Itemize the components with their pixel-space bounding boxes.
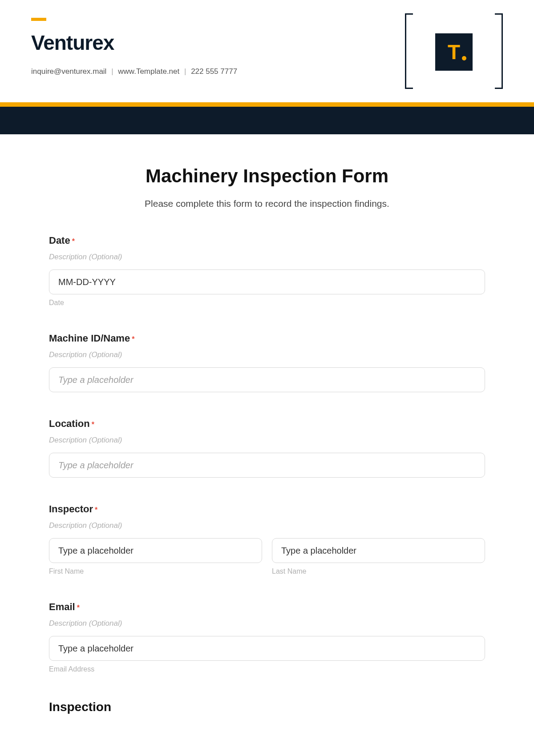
machine-input[interactable] (49, 367, 485, 392)
field-email: Email* Description (Optional) Email Addr… (49, 601, 485, 673)
form-subtitle: Please complete this form to record the … (49, 198, 485, 209)
field-inspector: Inspector* Description (Optional) First … (49, 503, 485, 575)
field-label-row: Machine ID/Name* (49, 333, 485, 344)
bracket-right-icon (495, 13, 503, 89)
field-label-row: Email* (49, 601, 485, 613)
field-label-row: Inspector* (49, 503, 485, 515)
email-input[interactable] (49, 636, 485, 661)
logo-letter: T (448, 40, 460, 64)
required-star-icon: * (132, 335, 134, 343)
logo-dot-icon (462, 56, 466, 60)
location-label: Location (49, 418, 90, 429)
location-input[interactable] (49, 453, 485, 478)
header: Venturex inquire@venturex.mail | www.Tem… (31, 18, 503, 89)
inspector-description[interactable]: Description (Optional) (49, 521, 485, 530)
separator: | (111, 67, 113, 76)
inspector-first-sublabel: First Name (49, 567, 262, 575)
field-location: Location* Description (Optional) (49, 418, 485, 478)
required-star-icon: * (72, 237, 75, 245)
separator: | (184, 67, 186, 76)
divider-navy (0, 107, 534, 134)
email-sublabel: Email Address (49, 665, 485, 673)
field-machine: Machine ID/Name* Description (Optional) (49, 333, 485, 392)
brand-name: Venturex (31, 31, 237, 55)
inspector-label: Inspector (49, 503, 93, 515)
date-label: Date (49, 235, 70, 246)
contact-website: www.Template.net (118, 67, 179, 76)
field-label-row: Date* (49, 235, 485, 246)
inspector-first-input[interactable] (49, 538, 262, 563)
form-title: Machinery Inspection Form (49, 165, 485, 187)
divider-yellow (0, 102, 534, 107)
email-label: Email (49, 601, 75, 612)
inspector-last-sublabel: Last Name (272, 567, 485, 575)
location-description[interactable]: Description (Optional) (49, 436, 485, 445)
inspector-first-col: First Name (49, 538, 262, 575)
logo-frame: T (405, 13, 503, 89)
required-star-icon: * (77, 604, 80, 611)
inspector-last-col: Last Name (272, 538, 485, 575)
page: Venturex inquire@venturex.mail | www.Tem… (0, 0, 534, 741)
machine-description[interactable]: Description (Optional) (49, 350, 485, 359)
form-container: Machinery Inspection Form Please complet… (31, 134, 503, 714)
contact-email: inquire@venturex.mail (31, 67, 106, 76)
date-sublabel: Date (49, 299, 485, 307)
section-inspection-heading: Inspection (49, 700, 485, 714)
inspector-name-row: First Name Last Name (49, 538, 485, 575)
brand-block: Venturex inquire@venturex.mail | www.Tem… (31, 18, 237, 76)
date-input[interactable] (49, 269, 485, 294)
contact-phone: 222 555 7777 (191, 67, 237, 76)
field-date: Date* Description (Optional) Date (49, 235, 485, 307)
email-description[interactable]: Description (Optional) (49, 619, 485, 628)
machine-label: Machine ID/Name (49, 333, 130, 344)
contact-line: inquire@venturex.mail | www.Template.net… (31, 67, 237, 76)
date-description[interactable]: Description (Optional) (49, 253, 485, 261)
bracket-left-icon (405, 13, 413, 89)
inspector-last-input[interactable] (272, 538, 485, 563)
required-star-icon: * (92, 421, 94, 428)
logo-badge: T (435, 33, 473, 71)
required-star-icon: * (95, 506, 97, 514)
field-label-row: Location* (49, 418, 485, 430)
brand-accent-bar (31, 18, 46, 21)
